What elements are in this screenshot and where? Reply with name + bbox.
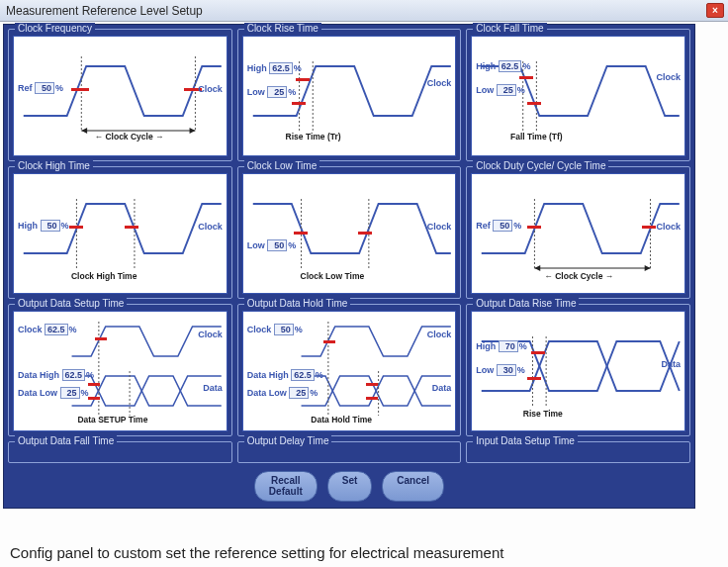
group-clock-high-time: Clock High Time High 50% Clock Clock Hig… <box>8 166 232 299</box>
group-title: Clock Frequency <box>15 23 95 34</box>
diagram-clock-high-time: High 50% Clock Clock High Time <box>13 173 228 294</box>
ref-label: Ref <box>18 83 33 93</box>
group-title: Output Data Rise Time <box>473 298 579 309</box>
main-panel: Clock Frequency Ref 50% Clock ← Clock Cy… <box>3 24 695 509</box>
high-label: High <box>247 63 267 73</box>
diagram-output-data-setup-time: Clock 62.5% Data High 62.5% Data Low 25%… <box>13 311 228 431</box>
data-low-input[interactable]: 25 <box>60 387 80 399</box>
diagram-output-data-hold-time: Clock 50% Data High 62.5% Data Low 25% C… <box>242 311 457 431</box>
data-low-label: Data Low <box>247 388 287 398</box>
high-input[interactable]: 50 <box>41 220 60 232</box>
group-output-delay-time: Output Delay Time <box>237 441 462 463</box>
high-label: High <box>476 61 496 71</box>
meas-label: Clock High Time <box>71 271 136 281</box>
low-input[interactable]: 50 <box>267 239 287 251</box>
group-title: Output Data Hold Time <box>244 298 351 309</box>
figure-caption: Config panel to custom set the reference… <box>10 544 503 561</box>
group-title: Clock Fall Time <box>473 23 546 34</box>
clock-label: Clock <box>247 325 272 334</box>
group-grid: Clock Frequency Ref 50% Clock ← Clock Cy… <box>8 29 690 465</box>
diagram-clock-rise-time: High 62.5% Low 25% Clock Rise Time (Tr) <box>242 36 457 156</box>
clock-signal-label: Clock <box>198 84 223 94</box>
ref-input[interactable]: 50 <box>493 220 512 232</box>
clock-signal-label: Clock <box>656 72 681 82</box>
diagram-clock-duty-cycle: Ref 50% Clock ← Clock Cycle → <box>471 173 685 294</box>
meas-label: Data SETUP Time <box>77 415 147 425</box>
low-input[interactable]: 25 <box>267 86 287 98</box>
data-high-input[interactable]: 62.5 <box>62 369 86 381</box>
clock-signal-label: Clock <box>427 78 452 88</box>
data-signal-label: Data <box>661 359 681 369</box>
meas-label: Rise Time <box>523 409 563 419</box>
group-output-data-rise-time: Output Data Rise Time High 70% Low 30% <box>466 304 690 436</box>
group-output-data-hold-time: Output Data Hold Time Clock 50% Data <box>237 304 462 436</box>
close-button[interactable]: × <box>706 3 724 18</box>
meas-label: Clock Cycle <box>555 271 602 281</box>
data-high-label: Data High <box>18 370 59 380</box>
clock-signal-label: Clock <box>198 222 223 232</box>
group-title: Output Delay Time <box>244 435 332 446</box>
title-bar: Measurement Reference Level Setup × <box>0 0 728 22</box>
low-input[interactable]: 30 <box>497 364 516 376</box>
group-title: Output Data Setup Time <box>15 298 127 309</box>
meas-label: Data Hold Time <box>311 415 372 425</box>
group-output-data-fall-time: Output Data Fall Time <box>8 441 232 463</box>
meas-label: Clock Low Time <box>301 271 365 281</box>
high-input[interactable]: 62.5 <box>499 60 522 72</box>
low-input[interactable]: 25 <box>497 84 516 96</box>
low-label: Low <box>476 85 494 95</box>
high-input[interactable]: 62.5 <box>269 62 293 74</box>
svg-marker-3 <box>81 128 87 134</box>
pct-label: % <box>55 83 63 93</box>
group-title: Clock High Time <box>15 160 93 171</box>
diagram-clock-fall-time: High 62.5% Low 25% Clock Fall Time (Tf) <box>471 36 685 156</box>
clock-signal-label: Clock <box>198 330 223 339</box>
button-bar: Recall Default Set Cancel <box>8 465 690 506</box>
group-output-data-setup-time: Output Data Setup Time Clock 62.5% D <box>8 304 232 436</box>
close-icon: × <box>712 5 718 16</box>
high-label: High <box>18 221 38 231</box>
recall-default-button[interactable]: Recall Default <box>254 471 318 502</box>
group-title: Clock Rise Time <box>244 23 321 34</box>
group-clock-rise-time: Clock Rise Time High 62.5% Low 25% Clock <box>237 29 462 161</box>
diagram-clock-frequency: Ref 50% Clock ← Clock Cycle → <box>13 36 228 156</box>
ref-label: Ref <box>476 221 491 231</box>
low-label: Low <box>247 87 265 97</box>
clock-signal-label: Clock <box>427 222 452 232</box>
high-input[interactable]: 70 <box>499 340 518 352</box>
clock-input[interactable]: 50 <box>274 324 294 335</box>
diagram-output-data-rise-time: High 70% Low 30% Data Rise Time <box>471 311 685 431</box>
group-clock-low-time: Clock Low Time Low 50% Clock Clock Low T… <box>237 166 462 299</box>
group-title: Clock Low Time <box>244 160 320 171</box>
group-input-data-setup-time: Input Data Setup Time <box>466 441 690 463</box>
group-clock-duty-cycle: Clock Duty Cycle/ Cycle Time Ref 50% Clo… <box>466 166 690 299</box>
window-title: Measurement Reference Level Setup <box>6 4 203 18</box>
svg-marker-17 <box>645 265 651 271</box>
data-signal-label: Data <box>203 383 223 393</box>
data-high-label: Data High <box>247 370 289 380</box>
data-high-input[interactable]: 62.5 <box>291 369 315 381</box>
group-clock-frequency: Clock Frequency Ref 50% Clock ← Clock Cy… <box>8 29 232 161</box>
group-clock-fall-time: Clock Fall Time High 62.5% Low 25% Clock <box>466 29 690 161</box>
meas-label: Fall Time (Tf) <box>510 132 563 142</box>
clock-input[interactable]: 62.5 <box>45 324 68 335</box>
svg-marker-16 <box>535 265 541 271</box>
ref-input[interactable]: 50 <box>35 82 54 94</box>
meas-label: Rise Time (Tr) <box>286 132 341 142</box>
svg-marker-4 <box>190 128 196 134</box>
data-low-label: Data Low <box>18 388 57 398</box>
group-title: Output Data Fall Time <box>15 435 117 446</box>
data-signal-label: Data <box>432 383 452 393</box>
high-label: High <box>476 341 496 351</box>
set-button[interactable]: Set <box>327 471 373 502</box>
low-label: Low <box>476 365 494 375</box>
clock-signal-label: Clock <box>656 222 681 232</box>
group-title: Input Data Setup Time <box>473 435 578 446</box>
clock-label: Clock <box>18 325 43 334</box>
group-title: Clock Duty Cycle/ Cycle Time <box>473 160 608 171</box>
clock-signal-label: Clock <box>427 330 452 339</box>
meas-label: Clock Cycle <box>105 132 152 142</box>
low-label: Low <box>247 240 265 250</box>
cancel-button[interactable]: Cancel <box>382 471 444 502</box>
data-low-input[interactable]: 25 <box>289 387 309 399</box>
